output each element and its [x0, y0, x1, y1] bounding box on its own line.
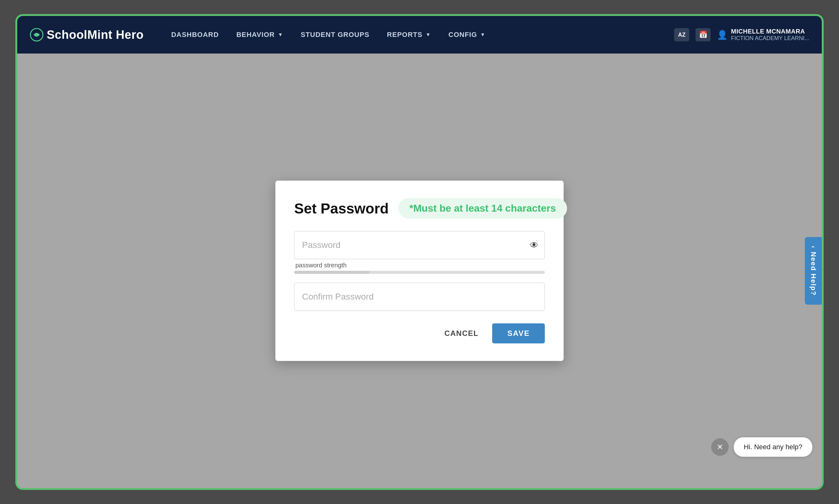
password-input[interactable]: [294, 231, 545, 259]
password-input-wrapper: 👁: [294, 231, 545, 259]
nav-reports[interactable]: REPORTS ▼: [378, 16, 440, 54]
calendar-icon-button[interactable]: 📅: [696, 28, 711, 41]
app-frame: SchoolMint Hero DASHBOARD BEHAVIOR ▼ STU…: [15, 14, 824, 490]
password-strength-bar-fill: [294, 271, 369, 274]
set-password-modal: Set Password *Must be at least 14 charac…: [275, 181, 564, 361]
save-button[interactable]: SAVE: [492, 323, 545, 343]
navbar: SchoolMint Hero DASHBOARD BEHAVIOR ▼ STU…: [17, 16, 822, 54]
logo-text: SchoolMint Hero: [47, 28, 143, 42]
calendar-icon: 📅: [699, 31, 707, 39]
nav-student-groups[interactable]: STUDENT GROUPS: [292, 16, 378, 54]
nav-behavior[interactable]: BEHAVIOR ▼: [227, 16, 292, 54]
cancel-button[interactable]: CANCEL: [438, 326, 485, 341]
close-icon: ✕: [717, 443, 723, 451]
toggle-password-icon[interactable]: 👁: [530, 240, 539, 250]
az-icon-button[interactable]: AZ: [674, 28, 689, 41]
nav-config[interactable]: CONFIG ▼: [440, 16, 494, 54]
user-name: MICHELLE MCNAMARA: [731, 28, 805, 35]
chat-close-button[interactable]: ✕: [711, 438, 729, 456]
nav-right: AZ 📅 👤 MICHELLE MCNAMARA FICTION ACADEMY…: [674, 28, 809, 42]
az-icon: AZ: [678, 32, 685, 38]
need-help-chevron-icon: ‹: [810, 246, 817, 249]
modal-actions: CANCEL SAVE: [294, 323, 545, 343]
modal-title: Set Password: [294, 200, 389, 217]
config-caret-icon: ▼: [480, 32, 486, 38]
modal-header: Set Password *Must be at least 14 charac…: [294, 198, 545, 218]
password-strength-bar-bg: [294, 271, 545, 274]
user-text: MICHELLE MCNAMARA FICTION ACADEMY LEARNI…: [731, 28, 809, 42]
nav-links: DASHBOARD BEHAVIOR ▼ STUDENT GROUPS REPO…: [162, 16, 674, 54]
confirm-password-input[interactable]: [294, 283, 545, 311]
password-strength-label: password strength: [294, 262, 545, 269]
modal-overlay: Set Password *Must be at least 14 charac…: [17, 54, 822, 488]
main-content: Set Password *Must be at least 14 charac…: [17, 54, 822, 488]
reports-caret-icon: ▼: [425, 32, 431, 38]
user-avatar-icon: 👤: [717, 30, 728, 40]
logo: SchoolMint Hero: [30, 28, 143, 42]
behavior-caret-icon: ▼: [278, 32, 283, 38]
chat-bubble: ✕ Hi. Need any help?: [711, 437, 812, 457]
chat-message: Hi. Need any help?: [734, 437, 812, 457]
logo-icon: [30, 28, 43, 42]
user-school: FICTION ACADEMY LEARNI...: [731, 35, 809, 42]
nav-dashboard[interactable]: DASHBOARD: [162, 16, 227, 54]
need-help-tab[interactable]: ‹ Need Help?: [805, 237, 822, 305]
modal-hint: *Must be at least 14 characters: [398, 198, 567, 218]
need-help-label: Need Help?: [809, 252, 817, 296]
user-info: 👤 MICHELLE MCNAMARA FICTION ACADEMY LEAR…: [717, 28, 809, 42]
